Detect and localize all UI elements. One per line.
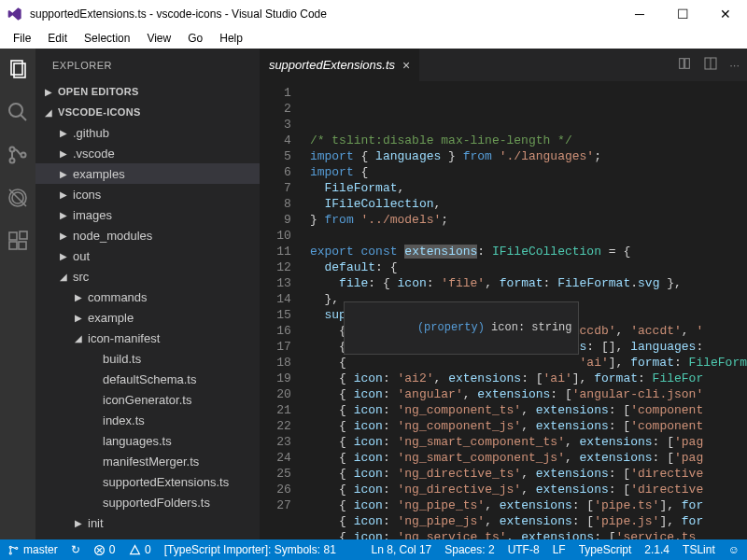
menu-file[interactable]: File: [6, 30, 38, 47]
line-number: 4: [260, 133, 291, 148]
svg-rect-14: [680, 59, 684, 69]
tab-supported-extensions[interactable]: supportedExtensions.ts ×: [260, 49, 419, 81]
code-line: { icon: 'angular', extensions: ['angular…: [310, 386, 747, 402]
chevron-right-icon: ▶: [58, 148, 69, 159]
line-number: 19: [260, 371, 291, 386]
folder-images[interactable]: ▶images: [35, 204, 260, 225]
tree-item-label: .vscode: [73, 147, 115, 161]
line-number: 5: [260, 148, 291, 164]
file-build-ts[interactable]: build.ts: [35, 348, 260, 369]
file-languages-ts[interactable]: languages.ts: [35, 430, 260, 451]
folder-icon-manifest[interactable]: ◢icon-manifest: [35, 328, 260, 348]
code-line: IFileCollection,: [310, 196, 747, 212]
status-version[interactable]: 2.1.4: [644, 543, 669, 556]
split-editor-icon[interactable]: [703, 56, 718, 74]
status-importer[interactable]: [TypeScript Importer]: Symbols: 81: [164, 543, 336, 556]
status-eol[interactable]: LF: [553, 543, 566, 556]
more-actions-icon[interactable]: ···: [729, 58, 740, 72]
extensions-icon[interactable]: [5, 228, 31, 254]
folder-commands[interactable]: ▶commands: [35, 287, 260, 307]
line-number: 1: [260, 85, 291, 101]
chevron-down-icon: ◢: [73, 333, 84, 343]
code-line: { icon: 'ng_pipe_ts', extensions: ['pipe…: [310, 497, 747, 513]
menu-help[interactable]: Help: [212, 30, 250, 47]
debug-icon[interactable]: [5, 185, 31, 211]
chevron-right-icon: ▶: [58, 128, 69, 138]
chevron-right-icon: ▶: [58, 251, 69, 261]
code-line: { icon: 'ng_smart_component_ts', extensi…: [310, 434, 747, 450]
code-line: import {: [310, 164, 747, 180]
status-encoding[interactable]: UTF-8: [508, 543, 540, 556]
svg-rect-11: [9, 242, 17, 249]
file-index-ts[interactable]: index.ts: [35, 410, 260, 430]
folder-icons[interactable]: ▶icons: [35, 184, 260, 204]
code-line: /* tslint:disable max-line-length */: [310, 133, 747, 148]
line-number: 15: [260, 307, 291, 323]
line-number: 2: [260, 101, 291, 117]
window-title: supportedExtensions.ts - vscode-icons - …: [30, 7, 618, 21]
file-supportedExtensions-ts[interactable]: supportedExtensions.ts: [35, 471, 260, 492]
menu-view[interactable]: View: [139, 30, 178, 47]
svg-rect-10: [9, 232, 17, 240]
status-branch[interactable]: master: [7, 543, 58, 556]
tree-item-label: commands: [88, 290, 148, 304]
svg-rect-15: [685, 59, 690, 69]
line-number: 10: [260, 228, 291, 244]
line-number: 13: [260, 275, 291, 291]
line-number: 11: [260, 244, 291, 259]
code-line: { icon: 'ng_component_js', extensions: […: [310, 418, 747, 434]
chevron-right-icon: ▶: [73, 518, 84, 528]
line-number: 12: [260, 259, 291, 275]
status-feedback[interactable]: ☺: [728, 543, 740, 556]
search-icon[interactable]: [5, 99, 31, 125]
tree-item-label: iconGenerator.ts: [103, 393, 191, 407]
close-button[interactable]: ✕: [704, 0, 747, 28]
status-sync[interactable]: ↻: [71, 543, 80, 556]
tree-item-label: init: [88, 516, 104, 530]
folder-init[interactable]: ▶init: [35, 512, 260, 533]
menu-go[interactable]: Go: [180, 30, 210, 47]
close-tab-icon[interactable]: ×: [402, 58, 410, 73]
status-language[interactable]: TypeScript: [579, 543, 632, 556]
svg-point-18: [9, 546, 11, 548]
line-number: 16: [260, 323, 291, 339]
file-defaultSchema-ts[interactable]: defaultSchema.ts: [35, 369, 260, 389]
section-open-editors[interactable]: ▶ OPEN EDITORS: [35, 81, 260, 102]
status-errors[interactable]: 0 0: [93, 543, 151, 556]
tree-item-label: images: [73, 208, 112, 222]
file-iconGenerator-ts[interactable]: iconGenerator.ts: [35, 389, 260, 410]
minimize-button[interactable]: ─: [618, 0, 661, 28]
explorer-icon[interactable]: [5, 56, 31, 82]
menu-edit[interactable]: Edit: [40, 30, 75, 47]
folder-node_modules[interactable]: ▶node_modules: [35, 225, 260, 245]
view-actions-icon[interactable]: [677, 56, 692, 74]
status-cursor[interactable]: Ln 8, Col 17: [372, 543, 432, 556]
code-editor[interactable]: 1234567891011121314151617181920212223242…: [260, 81, 747, 539]
folder-src[interactable]: ◢src: [35, 266, 260, 287]
explorer-sidebar: EXPLORER ▶ OPEN EDITORS ◢ VSCODE-ICONS ▶…: [35, 49, 260, 539]
folder--vscode[interactable]: ▶.vscode: [35, 143, 260, 163]
vscode-logo-icon: [7, 7, 22, 21]
folder-out[interactable]: ▶out: [35, 245, 260, 266]
line-number: 9: [260, 212, 291, 228]
chevron-right-icon: ▶: [58, 189, 69, 200]
maximize-button[interactable]: ☐: [661, 0, 704, 28]
line-number: 14: [260, 291, 291, 307]
source-control-icon[interactable]: [5, 142, 31, 168]
file-supportedFolders-ts[interactable]: supportedFolders.ts: [35, 492, 260, 512]
section-project[interactable]: ◢ VSCODE-ICONS: [35, 102, 260, 122]
line-number: 27: [260, 497, 291, 513]
menu-selection[interactable]: Selection: [77, 30, 137, 47]
folder-examples[interactable]: ▶examples: [35, 163, 260, 184]
svg-line-3: [21, 115, 26, 120]
editor-area: supportedExtensions.ts × ··· 12345678910…: [260, 49, 747, 539]
folder-example[interactable]: ▶example: [35, 307, 260, 328]
file-manifestMerger-ts[interactable]: manifestMerger.ts: [35, 451, 260, 471]
status-lint[interactable]: TSLint: [683, 543, 715, 556]
code-line: export const extensions: IFileCollection…: [310, 244, 747, 259]
folder--github[interactable]: ▶.github: [35, 122, 260, 143]
chevron-right-icon: ▶: [43, 87, 54, 97]
chevron-right-icon: ▶: [73, 313, 84, 323]
status-spaces[interactable]: Spaces: 2: [444, 543, 494, 556]
line-number: 6: [260, 164, 291, 180]
